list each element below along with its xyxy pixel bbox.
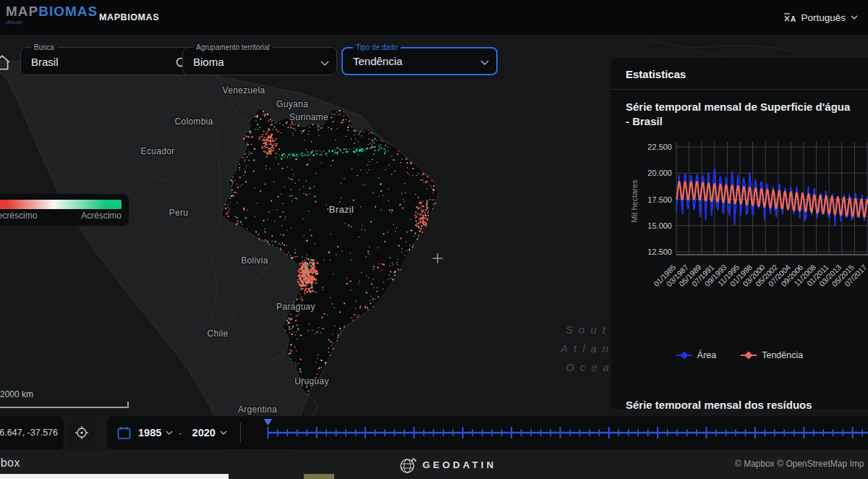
mapbox-wordmark[interactable]: mapbox: [0, 457, 20, 470]
geodatin-logo[interactable]: GEODATIN: [399, 455, 496, 474]
svg-text:A: A: [791, 15, 796, 23]
svg-text:12.500: 12.500: [647, 247, 672, 256]
water-surface-chart: 22.50020.00017.50015.00012.500Mil hectar…: [611, 137, 868, 347]
timeline-control: 1985 - 2020: [107, 416, 868, 449]
statistics-panel: Estatisticas Série temporal mensal de Su…: [611, 58, 868, 409]
end-year-dropdown[interactable]: 2020: [192, 427, 227, 438]
language-selector[interactable]: A Português: [783, 0, 858, 35]
map-attribution[interactable]: © Mapbox © OpenStreetMap Imp: [735, 459, 864, 469]
svg-text:15.000: 15.000: [647, 221, 672, 230]
home-icon: [0, 54, 12, 72]
country-label-suriname: Suriname: [289, 112, 328, 122]
data-type-value: Tendência: [350, 55, 480, 70]
legend-item-area[interactable]: Área: [676, 350, 716, 360]
bottom-strip-fragment: [304, 474, 334, 479]
trend-series-marker-icon: [741, 352, 757, 359]
country-label-guyana: Guyana: [276, 99, 308, 109]
country-label-brazil: Brazil: [329, 204, 354, 215]
start-year-value: 1985: [138, 427, 161, 438]
year-range-separator: -: [179, 428, 182, 438]
country-label-uruguay: Uruguay: [294, 376, 328, 386]
mapbiomas-agua-logo[interactable]: MAPBIOMAS [ÁGUA]: [6, 4, 98, 25]
start-year-dropdown[interactable]: 1985: [138, 427, 173, 438]
country-label-venezuela: Venezuela: [223, 85, 265, 96]
scale-bar: [0, 402, 129, 408]
search-input[interactable]: [28, 56, 175, 71]
country-label-paraguay: Paraguay: [276, 302, 315, 312]
legend-area-label: Área: [697, 350, 716, 360]
language-label: Português: [801, 12, 846, 23]
chevron-down-icon: [480, 60, 489, 65]
svg-text:20.000: 20.000: [647, 169, 672, 177]
country-label-chile: Chile: [208, 328, 229, 339]
crosshair-icon: [75, 425, 89, 440]
mapbiomas-app: VenezuelaGuyanaSurinameColombiaEcuadorPe…: [0, 0, 868, 479]
data-type-label: Tipo de dado: [353, 43, 401, 51]
nav-item-mapbiomas[interactable]: MAPBIOMAS: [99, 0, 159, 35]
legend-item-tendencia[interactable]: Tendência: [741, 350, 803, 360]
territorial-grouping-value: Bioma: [190, 56, 320, 71]
chevron-down-icon: [320, 61, 329, 66]
svg-text:17.500: 17.500: [647, 195, 672, 204]
bottom-scroll-strip[interactable]: [0, 474, 229, 479]
top-navigation-bar: MAPBIOMAS [ÁGUA] MAPBIOMAS A Português: [0, 0, 868, 35]
area-series-marker-icon: [676, 352, 692, 359]
logo-map-text: MAP: [6, 4, 38, 19]
chart1-title: Série temporal mensal de Superficie d'ág…: [611, 90, 868, 128]
country-label-argentina: Argentina: [238, 404, 277, 415]
geodatin-globe-icon: [399, 455, 417, 474]
territorial-grouping-label: Agrupamento territorial: [193, 43, 273, 51]
svg-text:Mil hectares: Mil hectares: [630, 179, 639, 223]
country-label-ecuador: Ecuador: [141, 146, 175, 156]
legend-tendencia-label: Tendência: [762, 350, 803, 360]
logo-biomas-text: BIOMAS: [38, 4, 98, 19]
geodatin-label: GEODATIN: [422, 459, 496, 470]
country-label-bolivia: Bolivia: [241, 255, 268, 266]
search-label: Busca: [31, 43, 57, 51]
trend-gradient-bar: [0, 200, 122, 209]
chevron-down-icon: [220, 431, 227, 435]
territorial-grouping-select[interactable]: Agrupamento territorial Bioma: [182, 43, 337, 75]
chart2-title: Série temporal mensal dos resíduos: [611, 398, 868, 409]
country-label-peru: Peru: [169, 208, 189, 218]
end-year-value: 2020: [192, 427, 216, 438]
chart1-legend: Área Tendência: [611, 350, 868, 360]
legend-increase-label: Acréscimo: [81, 211, 122, 221]
legend-decrease-label: Decréscimo: [0, 211, 37, 221]
trend-color-legend: Decréscimo Acréscimo: [0, 194, 129, 226]
home-button[interactable]: [0, 54, 12, 75]
timeline-slider[interactable]: [248, 416, 868, 449]
chevron-down-icon: [851, 15, 858, 20]
logo-agua-subtitle: [ÁGUA]: [6, 20, 98, 25]
map-scale: 2000 km: [0, 389, 129, 408]
cursor-coordinates: 16.647, -37.576: [0, 416, 64, 449]
calendar-icon: [117, 426, 131, 440]
search-control: Busca: [20, 43, 197, 75]
data-type-select[interactable]: Tipo de dado Tendência: [341, 43, 498, 75]
country-label-colombia: Colombia: [174, 116, 213, 127]
timeline-divider: [240, 423, 241, 443]
panel-title: Estatisticas: [611, 58, 868, 90]
svg-text:22.500: 22.500: [647, 143, 672, 151]
translate-icon: A: [783, 12, 796, 23]
locate-button[interactable]: [68, 419, 95, 446]
scale-label: 2000 km: [0, 389, 33, 399]
chevron-down-icon: [166, 431, 173, 435]
